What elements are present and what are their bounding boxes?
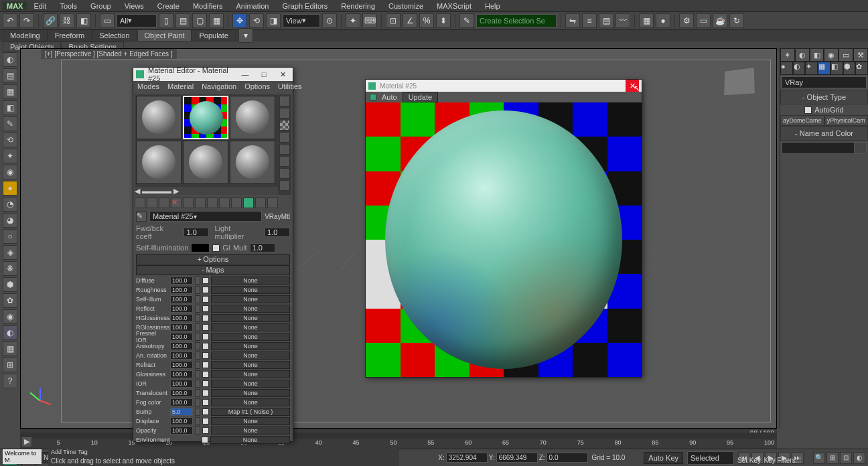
cmdpanel-subcat-2[interactable]: ◐ [793,62,806,75]
move-button[interactable]: ✥ [232,13,247,28]
minimize-button[interactable]: — [238,70,252,78]
background-button[interactable] [279,120,290,131]
map-amount-spinner[interactable]: 100.0 [170,286,193,294]
unlink-button[interactable]: ⛓ [60,13,74,28]
left-tool-12[interactable]: ○ [3,229,17,244]
material-editor-titlebar[interactable]: Material Editor - Material #25 — □ ✕ [133,68,293,81]
reset-map-button[interactable]: ✕ [171,198,182,208]
map-slot-button[interactable]: None [211,361,290,369]
nav-fov-button[interactable]: ◐ [853,452,865,464]
get-material-button[interactable] [135,198,145,208]
spinner-arrows[interactable] [195,295,200,303]
map-enable-checkbox[interactable] [202,427,209,434]
key-filters-button[interactable]: Key Filters... [764,457,801,464]
map-amount-spinner[interactable]: 100.0 [170,323,193,331]
left-tool-14[interactable]: ❋ [3,261,17,276]
rotate-button[interactable]: ⟲ [249,13,264,28]
shader-type-label[interactable]: VRayMtl [265,213,290,220]
auto-key-button[interactable]: Auto Key [644,452,683,464]
spinner-arrows[interactable] [195,352,200,360]
menu-animation[interactable]: Animation [230,2,276,10]
layers-button[interactable]: ▤ [599,13,613,28]
create-btn-physcam[interactable]: yPhysicalCam [824,115,869,126]
sample-uv-button[interactable] [279,132,290,143]
map-amount-spinner[interactable]: 100.0 [170,398,193,406]
left-tool-10[interactable]: ◔ [3,197,17,212]
edit-named-selections-button[interactable]: ✎ [459,13,474,28]
map-amount-spinner[interactable]: 5.0 [170,408,193,416]
me-menu-options[interactable]: Options [244,82,270,92]
spinner-arrows[interactable] [195,286,200,294]
set-key-button[interactable]: Set Key [737,457,761,464]
nav-zoom-extents-button[interactable]: ⊡ [840,452,852,464]
name-color-header[interactable]: - Name and Color [780,126,868,141]
menu-edit[interactable]: Edit [27,2,53,10]
map-amount-spinner[interactable]: 100.0 [170,314,193,322]
map-amount-spinner[interactable]: 100.0 [170,417,193,425]
material-editor-button[interactable]: ● [656,13,670,28]
map-amount-spinner[interactable]: 100.0 [170,361,193,369]
map-enable-checkbox[interactable] [202,287,209,293]
map-amount-spinner[interactable]: 100.0 [170,333,193,341]
map-slot-button[interactable]: None [211,286,290,294]
cmdpanel-subcat-3[interactable]: ✦ [805,62,818,75]
left-tool-3[interactable]: ▦ [3,84,17,99]
make-unique-button[interactable] [195,198,206,208]
align-button[interactable]: ≡ [582,13,597,28]
render-setup-button[interactable]: ⚙ [679,13,694,28]
map-enable-checkbox[interactable] [202,437,208,443]
map-slot-button[interactable]: None [211,305,290,313]
map-amount-spinner[interactable]: 100.0 [170,426,193,435]
select-button[interactable]: ▭ [100,13,115,28]
menu-modifiers[interactable]: Modifiers [186,2,230,10]
go-forward-button[interactable] [267,198,278,208]
map-enable-checkbox[interactable] [202,324,209,331]
pivot-button[interactable]: ⊙ [322,13,337,28]
ribbon-tab-modeling[interactable]: Modeling [3,29,48,42]
sample-slot-4[interactable] [136,141,182,184]
sample-slot-3[interactable] [230,96,275,139]
map-slot-button[interactable]: Map #1 ( Noise ) [211,408,290,416]
map-enable-checkbox[interactable] [202,296,209,303]
menu-help[interactable]: Help [478,2,507,10]
sample-slot-2[interactable] [183,96,228,139]
map-enable-checkbox[interactable] [202,408,209,415]
ribbon-tab-freeform[interactable]: Freeform [48,29,92,42]
y-coord-input[interactable]: 6669.349 [496,453,538,463]
spinner-arrows[interactable] [195,361,200,369]
spinner-arrows[interactable] [195,408,200,416]
make-copy-button[interactable] [183,198,194,208]
left-tool-9[interactable]: ● [3,181,17,196]
map-enable-checkbox[interactable] [202,390,209,396]
cmdpanel-subcat-6[interactable]: ⬢ [843,62,856,75]
map-slot-button[interactable]: None [211,352,290,360]
named-selections-dropdown[interactable]: Create Selection Se [476,14,557,27]
left-tool-18[interactable]: ◐ [3,325,17,340]
me-menu-utilities[interactable]: Utilities [278,82,301,92]
preview-close-button[interactable]: ✕↖ [626,80,639,92]
map-amount-spinner[interactable]: 100.0 [170,342,193,350]
percent-snap-button[interactable]: % [419,13,434,28]
sample-slot-1[interactable] [136,96,182,139]
autogrid-checkbox[interactable] [804,106,812,114]
spinner-arrows[interactable] [195,426,200,435]
menu-views[interactable]: Views [118,2,151,10]
left-tool-11[interactable]: ◕ [3,213,17,228]
nav-zoom-all-button[interactable]: ⊞ [826,452,839,464]
left-tool-help[interactable]: ? [3,374,17,388]
sample-slot-5[interactable] [183,141,228,184]
map-enable-checkbox[interactable] [202,371,209,378]
map-amount-spinner[interactable]: 100.0 [170,277,193,285]
material-id-button[interactable] [219,198,230,208]
video-color-button[interactable] [279,144,290,155]
menu-graph-editors[interactable]: Graph Editors [275,2,334,10]
ribbon-expand-button[interactable]: ▾ [238,28,253,43]
select-by-name-button[interactable]: ▤ [175,13,190,28]
show-in-viewport-button[interactable] [231,198,242,208]
sample-slot-6[interactable] [230,141,275,184]
map-amount-spinner[interactable]: 100.0 [170,389,193,397]
sample-hscroll[interactable]: ◀ ▬▬▬▬ ▶ [135,187,278,195]
object-color-swatch[interactable] [854,143,866,153]
map-slot-button[interactable]: None [211,398,290,406]
manipulate-button[interactable]: ✦ [346,13,360,28]
